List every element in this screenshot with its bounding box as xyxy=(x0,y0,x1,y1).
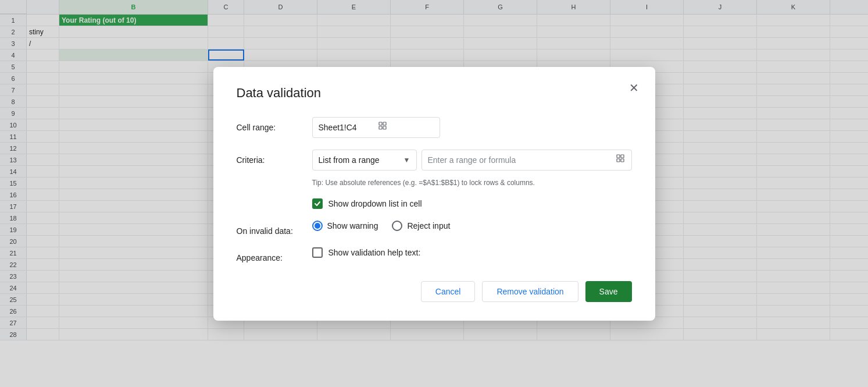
criteria-inputs: List from a range ▼ Enter a range or for… xyxy=(312,150,632,171)
dialog-footer: Cancel Remove validation Save xyxy=(237,281,632,302)
range-formula-placeholder: Enter a range or formula xyxy=(428,155,612,165)
svg-rect-7 xyxy=(621,159,624,162)
on-invalid-control: Show warning Reject input xyxy=(312,221,632,231)
show-warning-option[interactable]: Show warning xyxy=(312,221,378,231)
radio-group: Show warning Reject input xyxy=(312,221,632,231)
close-icon: ✕ xyxy=(629,81,639,95)
appearance-control: Show validation help text: xyxy=(312,247,632,258)
cell-range-value: Sheet1!C4 xyxy=(319,123,374,132)
appearance-row: Appearance: Show validation help text: xyxy=(237,247,632,262)
remove-validation-button[interactable]: Remove validation xyxy=(482,281,578,302)
grid-icon-2 xyxy=(616,154,626,166)
show-warning-label: Show warning xyxy=(327,221,378,230)
range-formula-input[interactable]: Enter a range or formula xyxy=(422,150,632,171)
svg-rect-3 xyxy=(383,126,386,129)
cancel-button[interactable]: Cancel xyxy=(421,281,476,302)
radio-inner-selected xyxy=(315,223,320,229)
modal-overlay: Data validation ✕ Cell range: Sheet1!C4 xyxy=(0,0,868,387)
tip-text: Tip: Use absolute references (e.g. =​$A$… xyxy=(312,179,632,187)
reject-input-option[interactable]: Reject input xyxy=(392,221,450,231)
help-text-checkbox[interactable] xyxy=(312,247,323,258)
svg-rect-6 xyxy=(617,159,620,162)
criteria-row: Criteria: List from a range ▼ Enter a ra… xyxy=(237,150,632,187)
criteria-label: Criteria: xyxy=(237,150,312,165)
show-warning-radio[interactable] xyxy=(312,221,323,231)
show-dropdown-label: Show dropdown list in cell xyxy=(328,199,422,208)
close-button[interactable]: ✕ xyxy=(625,79,644,97)
cell-range-row: Cell range: Sheet1!C4 xyxy=(237,117,632,138)
svg-rect-1 xyxy=(383,122,386,125)
dialog-title: Data validation xyxy=(237,86,632,101)
reject-input-label: Reject input xyxy=(407,221,450,230)
cell-range-label: Cell range: xyxy=(237,117,312,132)
appearance-label: Appearance: xyxy=(237,247,312,262)
data-validation-dialog: Data validation ✕ Cell range: Sheet1!C4 xyxy=(213,67,655,321)
criteria-dropdown[interactable]: List from a range ▼ xyxy=(312,150,417,171)
cell-range-input[interactable]: Sheet1!C4 xyxy=(312,117,440,138)
reject-input-radio[interactable] xyxy=(392,221,402,231)
svg-rect-5 xyxy=(621,155,624,158)
save-button[interactable]: Save xyxy=(585,281,632,302)
chevron-down-icon: ▼ xyxy=(403,156,410,164)
show-dropdown-row: Show dropdown list in cell xyxy=(312,198,632,209)
svg-rect-0 xyxy=(379,122,382,125)
help-text-label: Show validation help text: xyxy=(328,248,421,257)
criteria-control: List from a range ▼ Enter a range or for… xyxy=(312,150,632,187)
svg-rect-2 xyxy=(379,126,382,129)
svg-rect-4 xyxy=(617,155,620,158)
on-invalid-label: On invalid data: xyxy=(237,221,312,236)
grid-icon xyxy=(378,122,434,133)
on-invalid-data-row: On invalid data: Show warning Reject inp… xyxy=(237,221,632,236)
criteria-dropdown-value: List from a range xyxy=(319,155,400,165)
cell-range-control: Sheet1!C4 xyxy=(312,117,632,138)
show-dropdown-checkbox[interactable] xyxy=(312,198,323,209)
